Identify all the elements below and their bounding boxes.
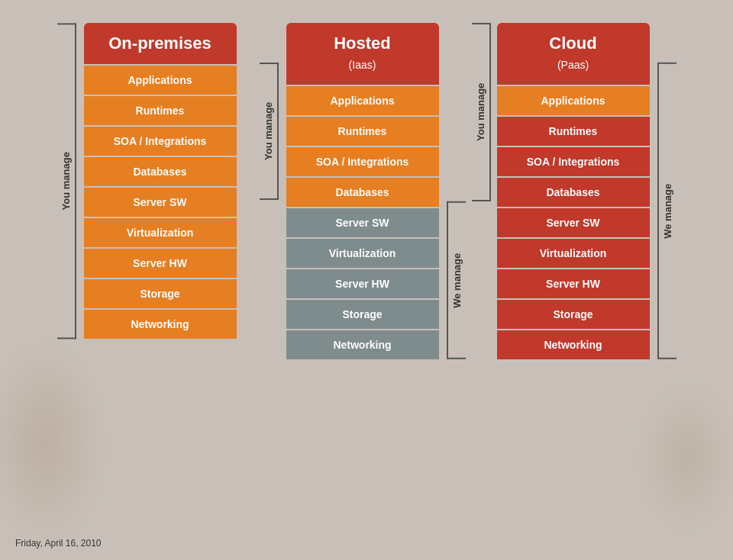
you-manage-center: You manage [466, 23, 497, 201]
hosted-wrapper: You manage Hosted (Iaas) Applications Ru… [260, 23, 466, 359]
hosted-row-2: SOA / Integrations [286, 147, 439, 176]
on-premises-wrapper: You manage On-premises Applications Runt… [57, 23, 237, 339]
page: You manage On-premises Applications Runt… [0, 0, 733, 560]
hosted-spacer-bottom [260, 200, 282, 359]
on-premises-row-4: Server SW [84, 188, 237, 217]
hosted-row-6: Server HW [286, 269, 439, 298]
cloud-row-4: Server SW [497, 208, 650, 237]
cloud-wrapper: Cloud (Paas) Applications Runtimes SOA /… [497, 23, 676, 359]
cloud-row-7: Storage [497, 300, 650, 329]
hosted-header-spacer [260, 23, 282, 63]
main-content: You manage On-premises Applications Runt… [8, 15, 725, 534]
hosted-row-5: Virtualization [286, 239, 439, 268]
on-premises-column: On-premises Applications Runtimes SOA / … [84, 23, 237, 339]
cloud-row-2: SOA / Integrations [497, 147, 650, 176]
hosted-column: Hosted (Iaas) Applications Runtimes SOA … [286, 23, 439, 359]
hosted-row-0: Applications [286, 86, 439, 115]
cloud-subtitle: (Paas) [557, 59, 589, 71]
hosted-right-spacer-top [444, 23, 466, 201]
on-premises-row-0: Applications [84, 66, 237, 95]
on-premises-row-8: Networking [84, 310, 237, 339]
on-premises-row-2: SOA / Integrations [84, 127, 237, 156]
hosted-row-1: Runtimes [286, 117, 439, 146]
on-premises-row-7: Storage [84, 279, 237, 308]
hosted-title: Hosted [334, 34, 391, 53]
cloud-right-spacer [654, 23, 676, 63]
cloud-we-manage-label: We manage [657, 63, 676, 359]
hosted-row-7: Storage [286, 300, 439, 329]
hosted-row-8: Networking [286, 330, 439, 359]
cloud-title: Cloud [549, 34, 596, 53]
on-premises-you-manage-bracket: You manage [57, 23, 79, 339]
cloud-row-8: Networking [497, 330, 650, 359]
hosted-row-4: Server SW [286, 208, 439, 237]
on-premises-title: On-premises [108, 34, 212, 53]
footer-date: Friday, April 16, 2010 [15, 538, 102, 549]
hosted-right-brackets: We manage [444, 23, 466, 359]
hosted-we-manage-label: We manage [447, 201, 466, 359]
cloud-row-3: Databases [497, 178, 650, 207]
cloud-row-6: Server HW [497, 269, 650, 298]
on-premises-row-5: Virtualization [84, 218, 237, 247]
hosted-header: Hosted (Iaas) [286, 23, 439, 85]
on-premises-you-manage-label: You manage [57, 23, 76, 339]
on-premises-row-3: Databases [84, 157, 237, 186]
on-premises-row-1: Runtimes [84, 96, 237, 125]
cloud-header: Cloud (Paas) [497, 23, 650, 85]
cloud-row-1: Runtimes [497, 117, 650, 146]
hosted-subtitle: (Iaas) [349, 59, 376, 71]
hosted-left-brackets: You manage [260, 23, 282, 359]
on-premises-row-6: Server HW [84, 249, 237, 278]
cloud-row-5: Virtualization [497, 239, 650, 268]
cloud-column: Cloud (Paas) Applications Runtimes SOA /… [497, 23, 650, 359]
footer: Friday, April 16, 2010 [8, 534, 725, 552]
cloud-row-0: Applications [497, 86, 650, 115]
on-premises-header: On-premises [84, 23, 237, 64]
cloud-right-brackets: We manage [654, 23, 676, 359]
hosted-you-manage-label: You manage [260, 63, 279, 200]
you-manage-cloud-label: You manage [472, 23, 491, 201]
hosted-row-3: Databases [286, 178, 439, 207]
